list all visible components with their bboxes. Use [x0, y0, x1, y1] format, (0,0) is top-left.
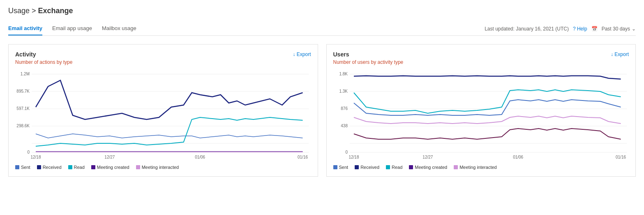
svg-text:12/27: 12/27 [422, 155, 433, 159]
legend-dot-read [68, 165, 72, 169]
users-legend-item-meeting-created: Meeting created [409, 165, 447, 170]
svg-text:0: 0 [345, 150, 348, 154]
users-chart-header: Users ↓ Export [333, 51, 629, 58]
svg-text:895.7K: 895.7K [16, 89, 30, 93]
tabs-left: Email activity Email app usage Mailbox u… [8, 22, 136, 35]
legend-item-read: Read [68, 165, 85, 170]
svg-text:1.3K: 1.3K [339, 89, 348, 93]
users-legend-dot-meeting-created [409, 165, 413, 169]
users-legend-item-sent: Sent [333, 165, 349, 170]
svg-text:12/27: 12/27 [104, 155, 115, 159]
legend-label-received: Received [43, 165, 62, 170]
users-legend-label-read: Read [392, 165, 402, 170]
users-legend-item-received: Received [355, 165, 379, 170]
activity-chart-header: Activity ↓ Export [15, 51, 311, 58]
activity-chart-title: Activity [15, 51, 36, 58]
date-filter-button[interactable]: Past 30 days ⌄ [602, 26, 636, 32]
users-legend-dot-meeting-interacted [454, 165, 458, 169]
users-legend-item-meeting-interacted: Meeting interacted [454, 165, 497, 170]
legend-item-received: Received [37, 165, 62, 170]
svg-text:01/06: 01/06 [195, 155, 205, 159]
charts-row: Activity ↓ Export Number of actions by t… [8, 44, 636, 177]
activity-chart-subtitle: Number of actions by type [15, 59, 311, 65]
legend-item-meeting-created: Meeting created [91, 165, 129, 170]
users-chart-title: Users [333, 51, 349, 58]
tabs-bar: Email activity Email app usage Mailbox u… [8, 22, 636, 36]
svg-text:01/06: 01/06 [513, 155, 523, 159]
breadcrumb-prefix: Usage [8, 7, 30, 15]
legend-dot-meeting-interacted [136, 165, 140, 169]
svg-text:12/18: 12/18 [30, 155, 41, 159]
users-chart-area: 1.8K 1.3K 876 438 0 12/18 12/27 01/06 01… [333, 70, 629, 161]
svg-text:12/18: 12/18 [349, 155, 359, 159]
activity-chart-svg: 1.2M 895.7K 597.1K 298.6K 0 12/18 12/27 … [15, 70, 311, 161]
breadcrumb-separator: > [32, 7, 38, 15]
activity-chart-panel: Activity ↓ Export Number of actions by t… [8, 44, 318, 177]
svg-text:1.2M: 1.2M [21, 72, 30, 76]
legend-dot-received [37, 165, 41, 169]
users-legend-label-received: Received [360, 165, 379, 170]
legend-label-sent: Sent [21, 165, 30, 170]
users-export-button[interactable]: ↓ Export [611, 51, 629, 57]
legend-label-read: Read [74, 165, 85, 170]
users-chart-svg: 1.8K 1.3K 876 438 0 12/18 12/27 01/06 01… [333, 70, 629, 161]
svg-text:438: 438 [341, 124, 348, 128]
chevron-down-icon: ⌄ [632, 26, 636, 32]
users-chart-subtitle: Number of users by activity type [333, 59, 629, 65]
legend-label-meeting-interacted: Meeting interacted [142, 165, 179, 170]
users-legend-label-meeting-interacted: Meeting interacted [459, 165, 497, 170]
activity-export-button[interactable]: ↓ Export [293, 51, 311, 57]
page-container: Usage > Exchange Email activity Email ap… [0, 0, 644, 183]
tab-mailbox-usage[interactable]: Mailbox usage [102, 22, 136, 35]
svg-text:1.8K: 1.8K [339, 72, 348, 76]
tab-email-activity[interactable]: Email activity [8, 22, 42, 35]
last-updated-label: Last updated: January 16, 2021 (UTC) [485, 26, 569, 32]
svg-text:01/16: 01/16 [298, 155, 308, 159]
svg-text:01/16: 01/16 [616, 155, 626, 159]
legend-dot-sent [15, 165, 19, 169]
activity-chart-legend: Sent Received Read Meeting created Meeti… [15, 165, 311, 170]
tab-email-app-usage[interactable]: Email app usage [52, 22, 92, 35]
users-legend-dot-sent [333, 165, 337, 169]
users-chart-panel: Users ↓ Export Number of users by activi… [326, 44, 636, 177]
legend-item-sent: Sent [15, 165, 30, 170]
date-filter-label: Past 30 days [602, 26, 630, 32]
activity-chart-area: 1.2M 895.7K 597.1K 298.6K 0 12/18 12/27 … [15, 70, 311, 161]
users-chart-legend: Sent Received Read Meeting created Meeti… [333, 165, 629, 170]
legend-item-meeting-interacted: Meeting interacted [136, 165, 179, 170]
users-legend-label-meeting-created: Meeting created [415, 165, 447, 170]
users-legend-item-read: Read [386, 165, 402, 170]
svg-text:0: 0 [27, 150, 30, 154]
users-legend-dot-read [386, 165, 390, 169]
tabs-right: Last updated: January 16, 2021 (UTC) ? H… [485, 26, 636, 32]
legend-dot-meeting-created [91, 165, 95, 169]
breadcrumb-current: Exchange [38, 7, 73, 15]
calendar-icon: 📅 [591, 26, 598, 32]
svg-text:876: 876 [341, 106, 348, 111]
users-legend-dot-received [355, 165, 359, 169]
help-link[interactable]: ? Help [573, 26, 587, 32]
svg-text:597.1K: 597.1K [16, 106, 30, 111]
users-legend-label-sent: Sent [339, 165, 349, 170]
svg-text:298.6K: 298.6K [16, 124, 30, 128]
breadcrumb: Usage > Exchange [8, 7, 636, 15]
legend-label-meeting-created: Meeting created [97, 165, 129, 170]
